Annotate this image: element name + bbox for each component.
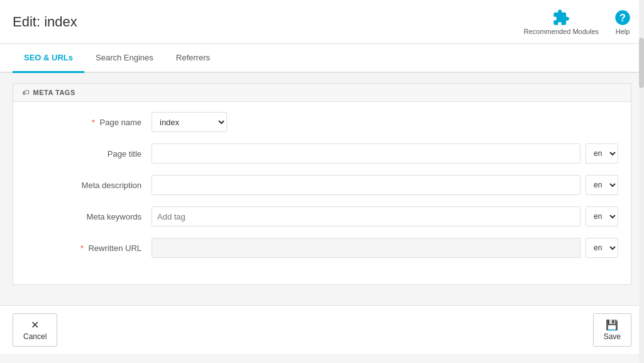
- label-rewritten-url: * Rewritten URL: [26, 243, 152, 253]
- tab-referrers[interactable]: Referrers: [165, 44, 221, 73]
- control-page-title: en: [152, 143, 618, 164]
- label-meta-keywords: Meta keywords: [26, 212, 152, 221]
- form-card: 🏷 META TAGS * Page name index Page ti: [13, 83, 631, 285]
- save-button[interactable]: 💾 Save: [593, 313, 631, 347]
- help-label: Help: [616, 28, 630, 35]
- header: Edit: index Recommended Modules ? Help: [0, 0, 644, 44]
- tabs-bar: SEO & URLs Search Engines Referrers: [0, 44, 644, 73]
- meta-keywords-lang-select[interactable]: en: [586, 206, 618, 226]
- cancel-button[interactable]: ✕ Cancel: [13, 313, 57, 347]
- page-name-select[interactable]: index: [152, 112, 227, 132]
- control-meta-keywords: en: [152, 206, 618, 226]
- required-star-rewritten-url: *: [80, 243, 84, 253]
- tab-seo-urls[interactable]: SEO & URLs: [13, 44, 84, 73]
- section-header: 🏷 META TAGS: [13, 84, 631, 102]
- scrollbar-thumb: [639, 38, 644, 88]
- save-icon: 💾: [606, 319, 618, 331]
- field-row-meta-description: Meta description en: [26, 175, 618, 195]
- page-title-heading: Edit: index: [13, 14, 77, 30]
- section-title: META TAGS: [33, 89, 75, 96]
- control-meta-description: en: [152, 175, 618, 195]
- field-row-meta-keywords: Meta keywords en: [26, 206, 618, 226]
- header-actions: Recommended Modules ? Help: [524, 9, 631, 35]
- save-label: Save: [604, 332, 621, 341]
- label-page-title: Page title: [26, 149, 152, 159]
- help-button[interactable]: ? Help: [614, 9, 631, 35]
- control-page-name: index: [152, 112, 618, 132]
- form-body: * Page name index Page title en: [13, 102, 631, 284]
- help-icon: ?: [614, 9, 631, 26]
- meta-description-input[interactable]: [152, 175, 580, 195]
- meta-keywords-input[interactable]: [152, 206, 580, 226]
- field-row-page-title: Page title en: [26, 143, 618, 164]
- cancel-icon: ✕: [31, 319, 39, 331]
- svg-text:?: ?: [619, 11, 626, 23]
- control-rewritten-url: en: [152, 238, 618, 258]
- scrollbar-track: [639, 0, 644, 354]
- recommended-modules-label: Recommended Modules: [524, 28, 599, 35]
- field-row-rewritten-url: * Rewritten URL en: [26, 238, 618, 258]
- recommended-modules-button[interactable]: Recommended Modules: [524, 9, 599, 35]
- footer: ✕ Cancel 💾 Save: [0, 305, 644, 354]
- required-star-page-name: *: [92, 118, 95, 127]
- label-page-name: * Page name: [26, 118, 152, 127]
- cancel-label: Cancel: [23, 332, 47, 341]
- puzzle-icon: [552, 9, 570, 26]
- page-title-lang-select[interactable]: en: [586, 143, 618, 164]
- meta-description-lang-select[interactable]: en: [586, 175, 618, 195]
- rewritten-url-input[interactable]: [152, 238, 580, 258]
- tag-icon: 🏷: [22, 89, 30, 96]
- rewritten-url-lang-select[interactable]: en: [586, 238, 618, 258]
- tab-search-engines[interactable]: Search Engines: [84, 44, 165, 73]
- page-title-input[interactable]: [152, 143, 580, 164]
- label-meta-description: Meta description: [26, 181, 152, 190]
- field-row-page-name: * Page name index: [26, 112, 618, 132]
- main-content: 🏷 META TAGS * Page name index Page ti: [0, 73, 644, 295]
